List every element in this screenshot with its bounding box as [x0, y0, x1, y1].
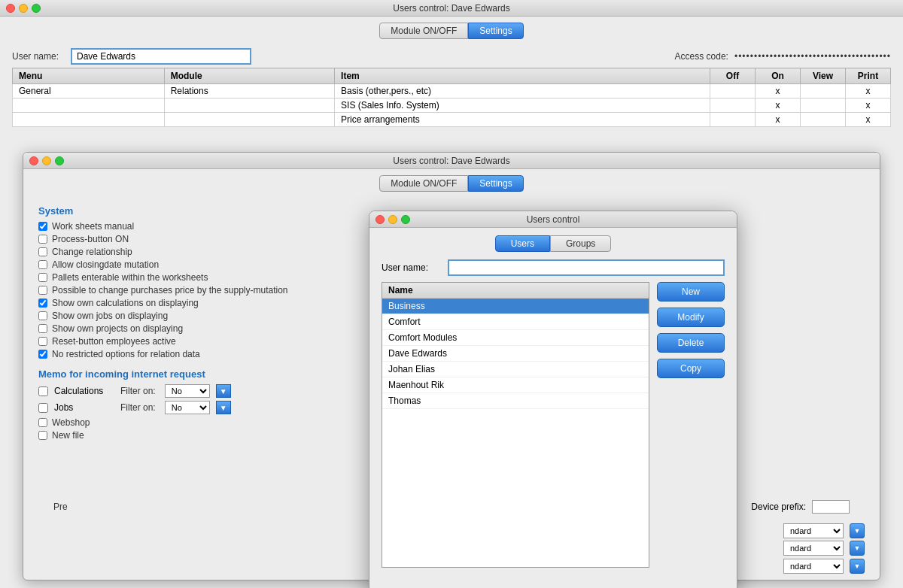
cb-webshop[interactable]	[38, 418, 47, 427]
cb-process-button[interactable]	[38, 235, 47, 244]
cb-own-projects-label: Show own projects on displaying	[52, 323, 183, 334]
cb-new-file[interactable]	[38, 431, 47, 440]
table-row: SIS (Sales Info. System) x x	[13, 99, 891, 113]
cell-menu: General	[13, 84, 165, 99]
new-button[interactable]: New	[657, 282, 725, 302]
window2-tab-bar: Module ON/OFF Settings	[23, 169, 880, 198]
cb-own-projects[interactable]	[38, 324, 47, 333]
cell-view	[801, 113, 846, 127]
list-item-comfort[interactable]: Comfort	[382, 314, 649, 330]
window2-maximize-button[interactable]	[55, 156, 64, 165]
cb-change-relationship[interactable]	[38, 247, 47, 256]
cb-reset-button[interactable]	[38, 337, 47, 346]
cb-calculations-label: Calculations	[54, 386, 114, 396]
filter-jobs-arrow[interactable]: ▼	[216, 401, 231, 414]
w3-tab-users[interactable]: Users	[495, 235, 550, 252]
col-module: Module	[164, 68, 334, 84]
window2-titlebar: Users control: Dave Edwards	[23, 153, 880, 169]
list-item-dave-edwards[interactable]: Dave Edwards	[382, 346, 649, 362]
filter-calculations-arrow[interactable]: ▼	[216, 384, 231, 398]
std-select-1[interactable]: ndard	[783, 523, 844, 538]
std-row-2: ndard ▼	[783, 541, 865, 556]
tab-settings[interactable]: Settings	[468, 23, 523, 39]
w3-username-input[interactable]	[448, 259, 725, 276]
cb-jobs-label: Jobs	[54, 402, 114, 413]
cb-no-restricted-label: No restricted options for relation data	[52, 349, 200, 359]
username-input[interactable]	[71, 48, 251, 65]
list-item-business[interactable]: Business	[382, 299, 649, 314]
filter-calculations-select[interactable]: No Yes	[165, 384, 210, 398]
cb-purchases-price[interactable]	[38, 286, 47, 295]
std-dropdown-3[interactable]: ▼	[850, 559, 865, 574]
window3-maximize-button[interactable]	[401, 215, 410, 224]
cell-item: SIS (Sales Info. System)	[335, 99, 710, 113]
cell-item: Basis (other,pers., etc)	[335, 84, 710, 99]
cb-no-restricted[interactable]	[38, 350, 47, 359]
std-dropdown-2[interactable]: ▼	[850, 541, 865, 556]
maximize-button[interactable]	[32, 4, 41, 13]
cell-module	[164, 113, 334, 127]
list-item-thomas[interactable]: Thomas	[382, 393, 649, 409]
close-button[interactable]	[6, 4, 15, 13]
cb-own-jobs[interactable]	[38, 311, 47, 320]
cb-own-calculations[interactable]	[38, 299, 47, 308]
traffic-lights	[6, 4, 41, 13]
list-item-comfort-modules[interactable]: Comfort Modules	[382, 330, 649, 346]
window3-close-button[interactable]	[375, 215, 385, 224]
cell-item: Price arrangements	[335, 113, 710, 127]
copy-button[interactable]: Copy	[657, 359, 725, 378]
cb-pallets[interactable]	[38, 273, 47, 282]
user-row: User name: Access code: ••••••••••••••••…	[0, 45, 903, 68]
cb-purchases-price-label: Possible to change purchases price by th…	[52, 285, 288, 296]
std-dropdown-1[interactable]: ▼	[850, 523, 865, 538]
std-row-3: ndard ▼	[783, 559, 865, 574]
cell-view	[801, 99, 846, 113]
cb-calculations[interactable]	[38, 386, 48, 396]
cb-closing-date[interactable]	[38, 260, 47, 269]
cb-pallets-label: Pallets enterable within the worksheets	[52, 272, 208, 283]
w3-username-row: User name:	[382, 259, 725, 276]
filter-jobs-label: Filter on:	[120, 402, 156, 413]
modify-button[interactable]: Modify	[657, 308, 725, 327]
cell-on: x	[756, 84, 801, 99]
window2-close-button[interactable]	[29, 156, 38, 165]
cell-off	[710, 84, 756, 99]
minimize-button[interactable]	[19, 4, 28, 13]
filter-jobs-select[interactable]: No Yes	[165, 401, 210, 414]
access-code-label: Access code:	[675, 51, 728, 62]
cb-jobs[interactable]	[38, 403, 48, 413]
cb-worksheets-manual-label: Work sheets manual	[52, 221, 134, 232]
main-window: Module ON/OFF Settings User name: Access…	[0, 17, 903, 588]
access-code-value: ••••••••••••••••••••••••••••••••••••••••	[734, 51, 891, 62]
cell-off	[710, 113, 756, 127]
window2-tab-module-on-off[interactable]: Module ON/OFF	[379, 175, 468, 192]
main-tab-bar: Module ON/OFF Settings	[0, 17, 903, 45]
col-off: Off	[710, 68, 756, 84]
cell-menu	[13, 99, 165, 113]
window2-minimize-button[interactable]	[42, 156, 51, 165]
col-item: Item	[335, 68, 710, 84]
delete-button[interactable]: Delete	[657, 333, 725, 353]
device-prefix-input[interactable]	[812, 500, 850, 514]
cb-reset-button-label: Reset-button employees active	[52, 336, 176, 347]
col-print: Print	[846, 68, 891, 84]
list-item-maenhout-rik[interactable]: Maenhout Rik	[382, 377, 649, 393]
window3-minimize-button[interactable]	[388, 215, 397, 224]
std-select-2[interactable]: ndard	[783, 541, 844, 556]
window3-traffic-lights	[375, 215, 410, 224]
cell-on: x	[756, 99, 801, 113]
window3-content: Users Groups User name: Name Business Co…	[369, 228, 737, 575]
tab-module-on-off[interactable]: Module ON/OFF	[379, 23, 468, 39]
std-select-3[interactable]: ndard	[783, 559, 844, 574]
cell-on: x	[756, 113, 801, 127]
cell-menu	[13, 113, 165, 127]
w3-tab-groups[interactable]: Groups	[550, 235, 611, 252]
cb-worksheets-manual[interactable]	[38, 222, 47, 231]
window2-tab-settings[interactable]: Settings	[468, 175, 523, 192]
username-label: User name:	[12, 51, 65, 62]
cell-print: x	[846, 84, 891, 99]
w3-user-list: Name Business Comfort Comfort Modules Da…	[382, 282, 649, 568]
window2-title: Users control: Dave Edwards	[393, 156, 509, 166]
list-item-johan-elias[interactable]: Johan Elias	[382, 362, 649, 377]
cell-print: x	[846, 99, 891, 113]
